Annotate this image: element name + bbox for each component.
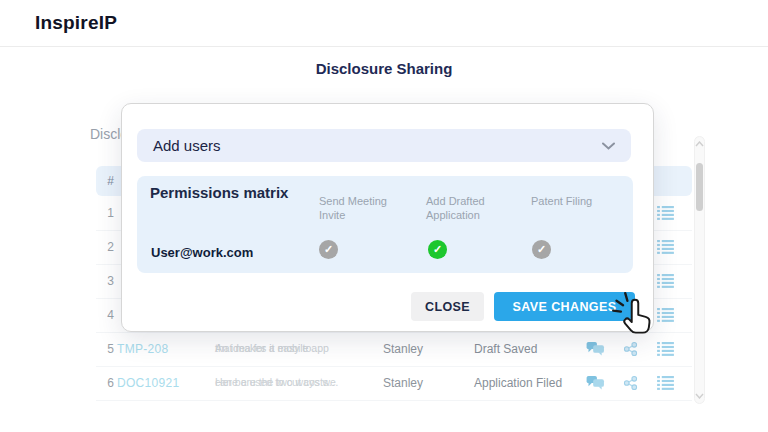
status-label: Application Filed: [474, 376, 562, 390]
table-row[interactable]: 5 TMP-208 An idea for a mobile appthat m…: [96, 332, 692, 367]
status-label: Draft Saved: [474, 342, 537, 356]
comments-icon[interactable]: [586, 376, 605, 391]
share-icon[interactable]: [623, 342, 638, 357]
chevron-down-icon: [602, 142, 615, 150]
row-number: 5: [98, 342, 114, 356]
permissions-matrix-panel: Permissions matrix Send Meeting Invite A…: [137, 176, 633, 273]
page-title: Disclosure Sharing: [0, 60, 768, 77]
list-menu-icon[interactable]: [657, 342, 674, 356]
disclosure-id-link[interactable]: DOC10921: [117, 376, 179, 390]
add-users-label: Add users: [153, 137, 221, 154]
row-number: 2: [98, 240, 114, 254]
permission-column-send-meeting-invite: Send Meeting Invite: [319, 194, 409, 223]
row-number: 3: [98, 274, 114, 288]
disclosure-description: An idea for a mobile appthat makes it ea…: [215, 342, 357, 356]
comments-icon[interactable]: [586, 342, 605, 357]
row-number: 6: [98, 376, 114, 390]
list-menu-icon[interactable]: [657, 240, 674, 254]
vertical-scrollbar[interactable]: [694, 136, 705, 404]
disclosure-id-link[interactable]: TMP-208: [117, 342, 168, 356]
scroll-down-icon[interactable]: [695, 393, 704, 399]
row-number: 4: [98, 308, 114, 322]
share-icon[interactable]: [623, 376, 638, 391]
close-button[interactable]: CLOSE: [411, 292, 484, 321]
add-users-dropdown[interactable]: Add users: [137, 129, 631, 162]
list-menu-icon[interactable]: [657, 274, 674, 288]
owner-name: Stanley: [383, 376, 423, 390]
top-navbar: InspireIP: [0, 0, 768, 47]
list-menu-icon[interactable]: [657, 206, 674, 220]
scrollbar-thumb[interactable]: [696, 163, 703, 211]
save-changes-button[interactable]: SAVE CHANGES: [494, 292, 635, 321]
table-row[interactable]: 6 DOC10921 Here are the two ways wecan b…: [96, 366, 692, 401]
permissions-matrix-title: Permissions matrix: [150, 184, 288, 201]
user-email: User@work.com: [151, 245, 253, 260]
column-header-number: #: [98, 166, 114, 196]
checkbox-send-meeting-invite[interactable]: [319, 240, 338, 259]
permission-column-patent-filing: Patent Filing: [531, 194, 621, 208]
checkbox-add-drafted-application[interactable]: [428, 240, 447, 259]
app-window: InspireIP Disclosure Sharing Disclosures…: [0, 0, 768, 432]
owner-name: Stanley: [383, 342, 423, 356]
list-menu-icon[interactable]: [657, 376, 674, 390]
brand-logo[interactable]: InspireIP: [35, 12, 117, 34]
scroll-up-icon[interactable]: [695, 141, 704, 147]
disclosure-description: Here are the two ways wecan be used to c…: [215, 376, 357, 390]
row-number: 1: [98, 206, 114, 220]
checkbox-patent-filing[interactable]: [532, 240, 551, 259]
permissions-modal: Add users Permissions matrix Send Meetin…: [121, 103, 654, 332]
permission-column-add-drafted-application: Add Drafted Application: [426, 194, 516, 223]
list-menu-icon[interactable]: [657, 308, 674, 322]
